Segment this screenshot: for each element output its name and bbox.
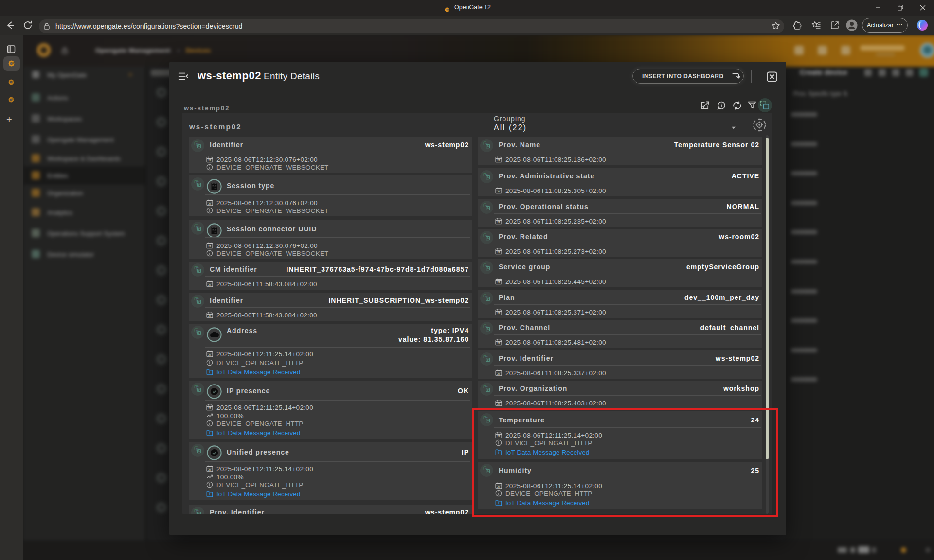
svg-text:27: 27 [497, 402, 500, 405]
svg-text:27: 27 [208, 202, 211, 205]
svg-text:27: 27 [208, 353, 211, 356]
svg-text:27: 27 [497, 251, 500, 254]
svg-text:27: 27 [497, 312, 500, 315]
svg-text:27: 27 [497, 281, 500, 284]
svg-text:27: 27 [208, 283, 211, 286]
svg-text:27: 27 [497, 159, 500, 162]
svg-text:27: 27 [208, 159, 211, 162]
svg-text:27: 27 [497, 342, 500, 345]
svg-text:27: 27 [497, 221, 500, 224]
svg-text:27: 27 [208, 315, 211, 317]
svg-text:27: 27 [208, 407, 211, 410]
svg-text:27: 27 [497, 372, 500, 375]
svg-text:27: 27 [208, 245, 211, 248]
svg-text:27: 27 [208, 468, 211, 471]
svg-text:27: 27 [497, 190, 500, 193]
